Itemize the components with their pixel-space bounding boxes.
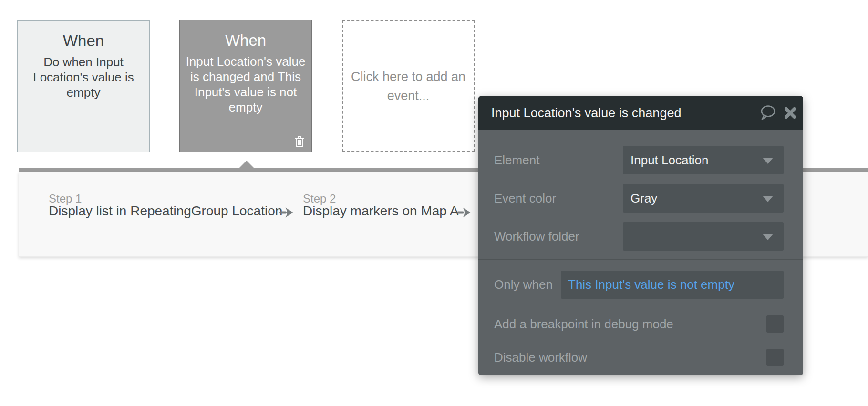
step-arrow-icon — [456, 207, 471, 218]
event-card-value-changed[interactable]: When Input Location's value is changed a… — [179, 20, 312, 152]
event-card-description: Do when Input Location's value is empty — [28, 54, 139, 100]
breakpoint-label: Add a breakpoint in debug mode — [494, 315, 673, 333]
event-color-dropdown-value: Gray — [630, 184, 657, 213]
element-dropdown-value: Input Location — [630, 146, 708, 174]
event-card-description: Input Location's value is changed and Th… — [181, 54, 310, 115]
add-event-label: Click here to add an event... — [348, 67, 468, 105]
element-dropdown[interactable]: Input Location — [623, 146, 784, 174]
event-property-editor: Input Location's value is changed Elemen… — [478, 96, 803, 375]
step1-action[interactable]: Display list in RepeatingGroup Location — [49, 203, 282, 219]
workflow-folder-label: Workflow folder — [494, 222, 579, 251]
element-label: Element — [494, 146, 539, 174]
close-icon[interactable] — [784, 106, 797, 120]
event-card-title: When — [18, 21, 149, 51]
add-event-card[interactable]: Click here to add an event... — [342, 20, 475, 152]
chevron-down-icon — [763, 158, 773, 164]
disable-workflow-label: Disable workflow — [494, 349, 587, 366]
event-color-dropdown[interactable]: Gray — [623, 184, 784, 213]
selected-event-caret — [239, 161, 254, 168]
breakpoint-checkbox[interactable] — [766, 315, 784, 333]
step-arrow-icon — [279, 207, 294, 218]
chevron-down-icon — [763, 234, 773, 240]
event-color-label: Event color — [494, 184, 556, 213]
trash-icon[interactable] — [293, 135, 306, 148]
comment-icon[interactable] — [758, 104, 776, 122]
chevron-down-icon — [763, 196, 773, 202]
popup-header: Input Location's value is changed — [478, 96, 803, 130]
popup-title: Input Location's value is changed — [491, 96, 681, 130]
workflow-canvas: When Do when Input Location's value is e… — [0, 0, 868, 406]
only-when-condition-value: This Input's value is not empty — [568, 271, 734, 299]
popup-divider — [478, 259, 803, 260]
event-card-do-when-empty[interactable]: When Do when Input Location's value is e… — [17, 20, 150, 152]
only-when-label: Only when — [494, 271, 553, 299]
step2-action[interactable]: Display markers on Map A — [303, 203, 459, 219]
workflow-folder-dropdown[interactable] — [623, 222, 784, 251]
disable-workflow-checkbox[interactable] — [766, 349, 784, 366]
event-card-title: When — [180, 20, 311, 50]
only-when-condition-input[interactable]: This Input's value is not empty — [561, 271, 784, 299]
